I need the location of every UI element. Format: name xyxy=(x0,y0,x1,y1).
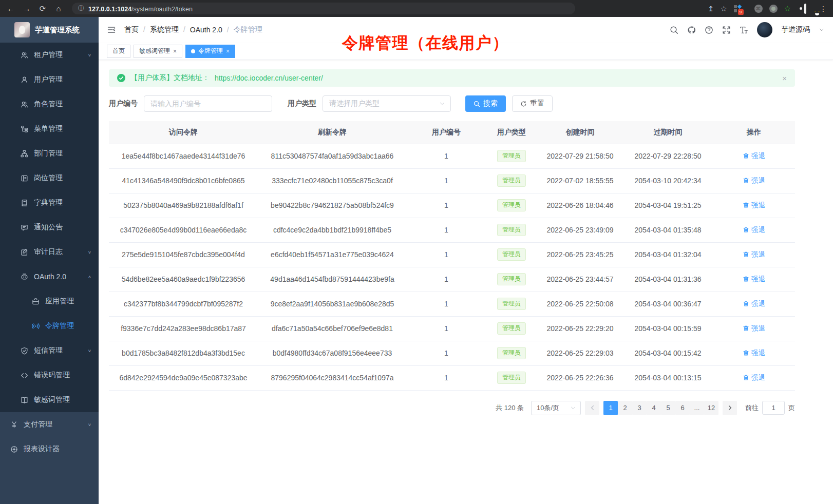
menu-item-label: 菜单管理 xyxy=(34,124,63,133)
sidebar-menu-item[interactable]: 报表设计器 xyxy=(0,437,99,461)
github-icon[interactable] xyxy=(687,26,696,34)
user-type-tag: 管理员 xyxy=(497,273,526,285)
browser-reload-icon[interactable]: ⟳ xyxy=(38,4,47,13)
sidebar-menu-item[interactable]: OAuth 2.0 ∧ xyxy=(0,264,99,289)
access-token-cell: c347026e805e4d99b0d116eae66eda8c xyxy=(109,218,258,242)
expire-time-cell: 2022-07-29 22:28:50 xyxy=(623,144,713,168)
menu-item-label: 岗位管理 xyxy=(34,173,63,183)
user-id-cell: 1 xyxy=(407,242,486,267)
sidebar-menu-item[interactable]: 支付管理 ∨ xyxy=(0,412,99,437)
extension-star-icon[interactable]: ☆ xyxy=(784,4,791,13)
force-logout-button[interactable]: 强退 xyxy=(743,348,765,358)
force-logout-button[interactable]: 强退 xyxy=(743,324,765,333)
browser-menu-icon[interactable]: ⋮ xyxy=(820,5,827,13)
force-logout-button[interactable]: 强退 xyxy=(743,225,765,235)
trash-icon xyxy=(743,152,749,159)
goto-page-input[interactable] xyxy=(762,401,785,415)
sidebar-menu-item[interactable]: 租户管理 ∨ xyxy=(0,43,99,67)
sensitive-icon xyxy=(21,396,28,404)
page-number-button[interactable]: ... xyxy=(690,401,704,415)
sidebar-menu-item[interactable]: 部门管理 xyxy=(0,141,99,166)
menu-item-label: 令牌管理 xyxy=(45,321,74,331)
page-tab[interactable]: 敏感词管理 × xyxy=(134,45,182,58)
role-icon xyxy=(21,101,28,108)
address-bar[interactable]: ⓘ 127.0.0.1:1024/system/oauth2/token xyxy=(72,3,575,14)
sidebar-menu-item[interactable]: 令牌管理 xyxy=(0,314,99,338)
breadcrumb-item[interactable]: 首页 xyxy=(124,25,139,33)
sidebar-menu-item[interactable]: 角色管理 xyxy=(0,92,99,117)
sidebar-menu-item[interactable]: 通知公告 xyxy=(0,215,99,240)
page-info-icon[interactable]: ⓘ xyxy=(78,4,84,13)
trash-icon xyxy=(743,374,749,381)
help-icon[interactable] xyxy=(705,26,713,34)
extension-command-icon[interactable]: ⌘ xyxy=(754,5,763,13)
expire-time-cell: 2054-03-04 01:35:48 xyxy=(623,218,713,242)
extension-record-icon[interactable] xyxy=(769,5,778,13)
trash-icon xyxy=(743,202,749,208)
page-number-button[interactable]: 1 xyxy=(603,401,618,415)
force-logout-button[interactable]: 强退 xyxy=(743,201,765,210)
browser-forward-icon[interactable]: → xyxy=(22,4,31,13)
page-tab[interactable]: 首页 × xyxy=(107,45,130,58)
page-number-button[interactable]: 2 xyxy=(618,401,632,415)
menu-item-label: 支付管理 xyxy=(24,420,52,429)
page-number-button[interactable]: 6 xyxy=(675,401,690,415)
doc-link[interactable]: https://doc.iocoder.cn/user-center/ xyxy=(215,74,323,82)
force-logout-label: 强退 xyxy=(751,151,765,161)
side-panel-icon[interactable] xyxy=(804,4,806,14)
next-page-button[interactable] xyxy=(723,401,737,415)
bookmark-star-icon[interactable]: ☆ xyxy=(721,5,727,13)
sidebar-menu-item[interactable]: 菜单管理 xyxy=(0,117,99,141)
sidebar-menu-item[interactable]: 审计日志 ∨ xyxy=(0,240,99,264)
font-size-icon[interactable] xyxy=(740,26,748,34)
user-id-input[interactable] xyxy=(144,95,272,112)
force-logout-button[interactable]: 强退 xyxy=(743,151,765,161)
search-icon[interactable] xyxy=(670,26,678,34)
fullscreen-icon[interactable] xyxy=(722,26,731,34)
page-number-button[interactable]: 12 xyxy=(704,401,718,415)
force-logout-button[interactable]: 强退 xyxy=(743,275,765,284)
alert-close-icon[interactable]: × xyxy=(782,74,787,83)
table-row: c347026e805e4d99b0d116eae66eda8c cdfc4ce… xyxy=(109,218,795,242)
user-menu-caret-icon[interactable] xyxy=(819,27,825,33)
sidebar-menu-item[interactable]: 敏感词管理 xyxy=(0,387,99,412)
page-number-button[interactable]: 5 xyxy=(661,401,675,415)
force-logout-button[interactable]: 强退 xyxy=(743,299,765,308)
page-number-button[interactable]: 3 xyxy=(632,401,647,415)
sidebar-menu-item[interactable]: 应用管理 xyxy=(0,289,99,314)
browser-home-icon[interactable]: ⌂ xyxy=(54,4,63,13)
page-number-button[interactable]: 4 xyxy=(647,401,661,415)
tab-close-icon[interactable]: × xyxy=(226,48,230,55)
breadcrumb-item[interactable]: OAuth 2.0 xyxy=(190,26,222,34)
sidebar-menu-item[interactable]: 短信管理 ∨ xyxy=(0,338,99,363)
collapse-sidebar-icon[interactable] xyxy=(107,25,116,34)
browser-back-icon[interactable]: ← xyxy=(6,4,15,13)
tab-close-icon[interactable]: × xyxy=(173,48,177,55)
sidebar-menu-item[interactable]: 字典管理 xyxy=(0,190,99,215)
share-icon[interactable]: ↥ xyxy=(708,5,714,13)
page-content: 【用户体系】文档地址： https://doc.iocoder.cn/user-… xyxy=(99,60,833,415)
chevron-left-icon xyxy=(590,405,595,411)
sidebar-menu-item[interactable]: 错误码管理 xyxy=(0,363,99,387)
notice-icon xyxy=(21,224,28,231)
page-tab[interactable]: 令牌管理 × xyxy=(185,45,235,58)
force-logout-button[interactable]: 强退 xyxy=(743,250,765,259)
breadcrumb-item[interactable]: 系统管理 xyxy=(150,25,179,33)
user-type-tag: 管理员 xyxy=(497,372,526,384)
search-button[interactable]: 搜索 xyxy=(465,95,506,112)
sidebar-menu-item[interactable]: 岗位管理 xyxy=(0,166,99,190)
force-logout-button[interactable]: 强退 xyxy=(743,373,765,382)
prev-page-button[interactable] xyxy=(585,401,599,415)
menu-item-label: OAuth 2.0 xyxy=(34,273,66,281)
page-number-list: 123456...12 xyxy=(603,401,718,415)
username[interactable]: 芋道源码 xyxy=(781,25,810,34)
user-type-select[interactable]: 请选择用户类型 xyxy=(323,95,451,112)
user-avatar[interactable] xyxy=(757,22,772,37)
force-logout-button[interactable]: 强退 xyxy=(743,176,765,185)
sidebar-menu-item[interactable]: 用户管理 xyxy=(0,67,99,92)
reset-button[interactable]: 重置 xyxy=(512,95,553,112)
page-size-select[interactable]: 10条/页 xyxy=(531,401,581,415)
sidebar-header[interactable]: 芋道管理系统 xyxy=(0,17,99,43)
extension-grid-icon[interactable]: 9 xyxy=(734,5,741,12)
trash-icon xyxy=(743,226,749,233)
